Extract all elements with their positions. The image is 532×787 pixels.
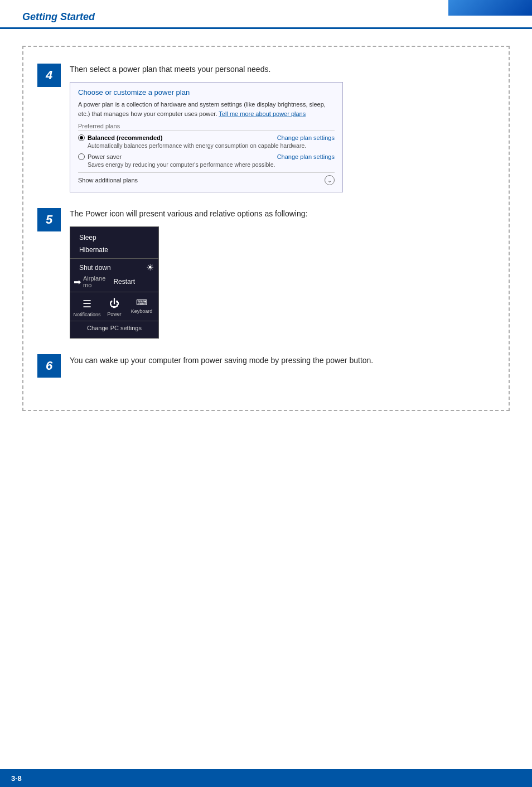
change-plan-balanced[interactable]: Change plan settings: [277, 134, 335, 141]
step-5-content: The Power icon will present various and …: [70, 208, 495, 339]
radio-balanced[interactable]: [78, 134, 85, 141]
step-4-block: 4 Then select a power plan that meets yo…: [37, 64, 495, 192]
step-6-number: 6: [37, 354, 61, 378]
step-4-text: Then select a power plan that meets your…: [70, 64, 495, 75]
shutdown-option[interactable]: Shut down: [79, 264, 111, 272]
power-label: Power: [107, 311, 122, 317]
airplane-label: Airplane mo: [83, 275, 113, 288]
power-icon: ⏻: [109, 298, 119, 310]
keyboard-icon-item[interactable]: ⌨ Keyboard: [129, 298, 154, 317]
main-content: 4 Then select a power plan that meets yo…: [0, 29, 532, 428]
corner-accent: [448, 0, 532, 16]
step-4-number: 4: [37, 64, 61, 87]
step-5-text: The Power icon will present various and …: [70, 208, 495, 220]
plan-option-powersaver: Power saver Change plan settings Saves e…: [78, 153, 335, 168]
power-plan-box: Choose or customize a power plan A power…: [70, 82, 343, 192]
chevron-down-icon[interactable]: ⌄: [325, 175, 335, 185]
preferred-plans-label: Preferred plans: [78, 123, 335, 131]
step-5-number: 5: [37, 208, 61, 231]
step-6-block: 6 You can wake up your computer from pow…: [37, 354, 495, 378]
step-6-text: You can wake up your computer from power…: [70, 354, 495, 366]
change-pc-settings[interactable]: Change PC settings: [70, 321, 158, 334]
change-plan-powersaver[interactable]: Change plan settings: [277, 153, 335, 160]
power-icon-item[interactable]: ⏻ Power: [102, 298, 127, 317]
menu-divider-1: [70, 258, 158, 259]
step-4-content: Then select a power plan that meets your…: [70, 64, 495, 192]
power-menu-screenshot: Sleep Hibernate Shut down ☀ ➡ Airplane m…: [70, 226, 159, 339]
hibernate-option[interactable]: Hibernate: [70, 244, 158, 256]
power-plan-title: Choose or customize a power plan: [78, 88, 335, 96]
menu-divider-2: [70, 292, 158, 292]
sleep-option[interactable]: Sleep: [70, 231, 158, 244]
airplane-icon: ➡: [74, 277, 81, 287]
page-title: Getting Started: [22, 11, 95, 22]
keyboard-icon: ⌨: [136, 298, 147, 307]
step-5-block: 5 The Power icon will present various an…: [37, 208, 495, 339]
plan-desc-powersaver: Saves energy by reducing your computer's…: [88, 161, 335, 168]
plan-name-balanced: Balanced (recommended): [78, 134, 162, 141]
page-number: 3-8: [11, 774, 22, 783]
brightness-icon-area: ☀: [146, 262, 154, 273]
power-plan-link[interactable]: Tell me more about power plans: [219, 110, 306, 117]
plan-name-powersaver: Power saver: [78, 153, 122, 160]
page-footer: 3-8: [0, 769, 532, 787]
show-additional-plans[interactable]: Show additional plans ⌄: [78, 172, 335, 185]
notifications-label: Notifications: [73, 312, 100, 317]
power-plan-desc: A power plan is a collection of hardware…: [78, 100, 335, 118]
restart-option[interactable]: Restart: [113, 278, 135, 286]
dotted-container: 4 Then select a power plan that meets yo…: [22, 46, 510, 411]
step-6-content: You can wake up your computer from power…: [70, 354, 495, 366]
notifications-icon-item[interactable]: ☰ Notifications: [75, 298, 99, 317]
notifications-icon: ☰: [83, 298, 91, 310]
plan-option-balanced: Balanced (recommended) Change plan setti…: [78, 134, 335, 149]
plan-desc-balanced: Automatically balances performance with …: [88, 142, 335, 149]
power-menu-icons: ☰ Notifications ⏻ Power ⌨ Keyboard: [70, 294, 158, 318]
keyboard-label: Keyboard: [131, 308, 153, 314]
radio-powersaver[interactable]: [78, 153, 85, 160]
